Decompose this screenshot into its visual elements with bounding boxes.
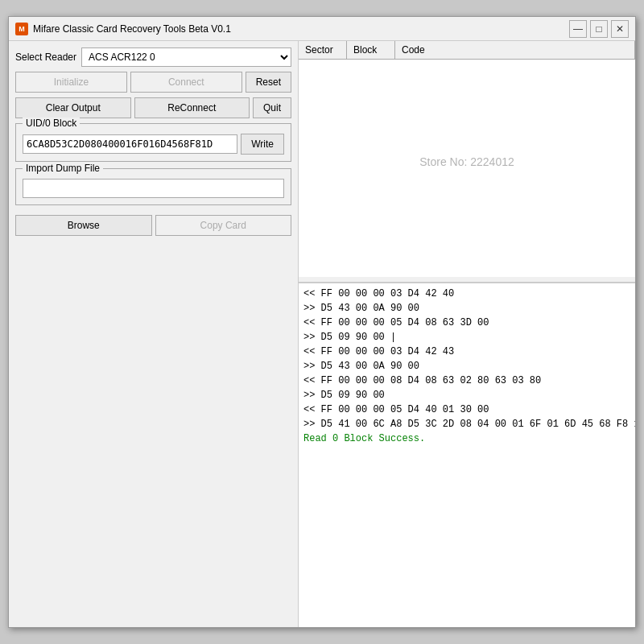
- output-line: Read 0 Block Success.: [303, 431, 630, 446]
- reconnect-button[interactable]: ReConnect: [134, 97, 250, 118]
- uid-input[interactable]: [23, 134, 237, 154]
- bottom-btn-row: Browse Copy Card: [15, 215, 291, 236]
- window-controls: — □ ✕: [569, 20, 629, 38]
- output-line: << FF 00 00 00 03 D4 42 43: [303, 345, 630, 359]
- uid-group: UID/0 Block Write: [15, 123, 291, 162]
- app-icon: M: [15, 23, 28, 35]
- output-line: << FF 00 00 00 08 D4 08 63 02 80 63 03 8…: [303, 374, 630, 388]
- import-group: Import Dump File: [15, 168, 291, 205]
- select-reader-row: Select Reader ACS ACR122 0: [15, 47, 291, 67]
- left-panel: Select Reader ACS ACR122 0 Initialize Co…: [9, 41, 299, 627]
- reader-select[interactable]: ACS ACR122 0: [81, 47, 291, 67]
- output-line: << FF 00 00 00 05 D4 08 63 3D 00: [303, 316, 630, 330]
- button-row-1: Initialize Connect Reset: [15, 72, 291, 93]
- table-header-code: Code: [395, 41, 635, 59]
- table-area: Sector Block Code Store No: 2224012: [299, 41, 635, 283]
- minimize-button[interactable]: —: [569, 20, 587, 38]
- copy-card-button[interactable]: Copy Card: [155, 215, 292, 236]
- output-scroll[interactable]: << FF 00 00 00 03 D4 42 40>> D5 43 00 0A…: [299, 283, 635, 627]
- clear-output-button[interactable]: Clear Output: [15, 97, 131, 118]
- connect-button[interactable]: Connect: [130, 72, 242, 93]
- uid-group-title: UID/0 Block: [23, 118, 80, 129]
- import-row: [23, 179, 284, 198]
- select-reader-label: Select Reader: [15, 52, 76, 63]
- button-row-2: Clear Output ReConnect Quit: [15, 97, 291, 118]
- output-line: >> D5 41 00 6C A8 D5 3C 2D 08 04 00 01 6…: [303, 417, 630, 431]
- write-button[interactable]: Write: [241, 134, 284, 155]
- import-group-title: Import Dump File: [23, 163, 103, 174]
- right-panel: Sector Block Code Store No: 2224012 << F…: [299, 41, 635, 627]
- initialize-button[interactable]: Initialize: [15, 72, 127, 93]
- quit-button[interactable]: Quit: [253, 97, 291, 118]
- table-header-sector: Sector: [299, 41, 347, 59]
- main-content: Select Reader ACS ACR122 0 Initialize Co…: [9, 41, 635, 627]
- output-line: << FF 00 00 00 03 D4 42 40: [303, 287, 630, 301]
- output-line: >> D5 43 00 0A 90 00: [303, 301, 630, 316]
- output-line: >> D5 09 90 00: [303, 388, 630, 402]
- uid-row: Write: [23, 134, 284, 155]
- table-header-block: Block: [347, 41, 395, 59]
- import-input[interactable]: [23, 179, 284, 198]
- reset-button[interactable]: Reset: [246, 72, 291, 93]
- output-line: >> D5 09 90 00 |: [303, 330, 630, 345]
- close-button[interactable]: ✕: [611, 20, 629, 38]
- window-title: Mifare Classic Card Recovery Tools Beta …: [33, 23, 569, 35]
- output-line: >> D5 43 00 0A 90 00: [303, 359, 630, 374]
- main-window: M Mifare Classic Card Recovery Tools Bet…: [8, 16, 636, 628]
- browse-button[interactable]: Browse: [15, 215, 152, 236]
- table-body: [299, 60, 635, 277]
- output-area: << FF 00 00 00 03 D4 42 40>> D5 43 00 0A…: [299, 283, 635, 627]
- title-bar: M Mifare Classic Card Recovery Tools Bet…: [9, 17, 635, 41]
- output-line: << FF 00 00 00 05 D4 40 01 30 00: [303, 402, 630, 417]
- table-header: Sector Block Code: [299, 41, 635, 60]
- maximize-button[interactable]: □: [590, 20, 608, 38]
